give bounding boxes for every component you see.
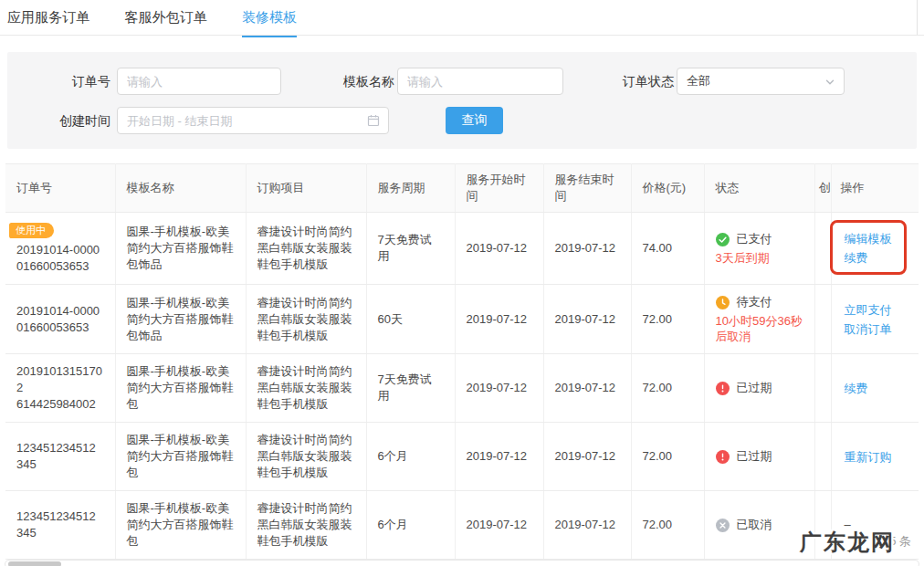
calendar-icon [367,114,380,127]
status-cell: 待支付 10小时59分36秒后取消 [704,285,814,354]
operation-cell: 立即支付 取消订单 [831,285,919,354]
service-period: 7天免费试用 [366,213,455,285]
orders-page: 应用服务订单 客服外包订单 装修模板 订单号 模板名称 订单状态 全部 创建时间… [0,0,924,566]
order-no: 20191013151702 614425984002 [16,363,104,413]
order-item: 睿捷设计时尚简约黑白韩版女装服装鞋包手机模版 [246,354,366,423]
service-start: 2019-07-12 [455,491,543,560]
created-cell-truncated [814,354,831,423]
order-no-cell: 20191013151702 614425984002 [5,354,115,423]
template-name-label: 模板名称 [309,68,394,95]
order-status-label: 订单状态 [589,68,674,95]
status-cell: 已支付 3天后到期 [704,213,814,285]
template-name: 圆果-手机模板-欧美简约大方百搭服饰鞋包 [115,491,246,560]
order-no-cell: 20191014-0000 01660053653 [5,285,115,354]
horizontal-scrollbar-thumb[interactable] [8,561,61,566]
col-header-item: 订购项目 [246,164,366,213]
col-header-operation: 操作 [831,164,919,213]
scrollbar-edge-line [917,0,918,35]
status-cell: 已过期 [704,354,814,423]
service-end: 2019-07-12 [543,423,631,491]
price: 72.00 [631,354,704,423]
service-start: 2019-07-12 [455,285,543,354]
filter-panel: 订单号 模板名称 订单状态 全部 创建时间 查询 [7,52,917,149]
tab-app-service-orders[interactable]: 应用服务订单 [7,9,89,36]
service-start: 2019-07-12 [455,354,543,423]
col-header-period: 服务周期 [366,164,455,213]
operation-cell: 续费 [831,354,919,423]
service-end: 2019-07-12 [543,285,631,354]
exclamation-circle-icon [716,450,730,464]
service-end: 2019-07-12 [543,213,631,285]
check-circle-icon [716,233,730,246]
service-period: 6个月 [366,423,455,491]
order-status-value: 全部 [687,74,710,88]
service-period: 7天免费试用 [366,354,455,423]
status-label: 待支付 [737,294,772,310]
status-label: 已过期 [737,448,772,465]
status-label: 已支付 [737,231,772,247]
tab-bar: 应用服务订单 客服外包订单 装修模板 [0,0,924,36]
search-button[interactable]: 查询 [446,107,503,134]
order-no-cell: 123451234512 345 [5,491,115,560]
service-period: 6个月 [366,491,455,560]
service-start: 2019-07-12 [455,423,543,491]
col-header-start: 服务开始时间 [455,164,543,213]
create-time-label: 创建时间 [7,107,110,134]
exclamation-circle-icon [716,382,730,395]
operation-cell: 重新订购 [831,423,919,491]
service-period: 60天 [366,285,455,354]
pay-now-link[interactable]: 立即支付 [845,300,908,320]
created-cell-truncated [814,423,831,491]
template-name: 圆果-手机模板-欧美简约大方百搭服饰鞋包 [115,354,246,423]
renew-link[interactable]: 续费 [845,379,908,398]
horizontal-scrollbar[interactable] [5,560,919,566]
order-no-input[interactable] [117,68,281,95]
order-no-cell: 使用中 20191014-0000 01660053653 [5,213,115,285]
order-no: 20191014-0000 01660053653 [16,303,104,336]
renew-link[interactable]: 续费 [845,248,908,267]
created-cell-truncated [814,285,831,354]
price: 74.00 [631,213,704,285]
operation-cell: 编辑模板 续费 [831,213,919,285]
status-cell: 已过期 [704,423,814,491]
order-item: 睿捷设计时尚简约黑白韩版女装服装鞋包手机模版 [246,213,366,285]
template-name: 圆果-手机模板-欧美简约大方百搭服饰鞋包饰品 [115,213,246,285]
chevron-down-icon [824,77,835,88]
tab-decoration-templates[interactable]: 装修模板 [242,9,297,37]
order-item: 睿捷设计时尚简约黑白韩版女装服装鞋包手机模版 [246,285,366,354]
service-end: 2019-07-12 [543,354,631,423]
col-header-end: 服务结束时间 [543,164,631,213]
price: 72.00 [631,423,704,491]
orders-table: 订单号 模板名称 订购项目 服务周期 服务开始时间 服务结束时间 价格(元) 状… [5,163,919,560]
tab-customer-service-outsourcing-orders[interactable]: 客服外包订单 [124,9,206,36]
order-no: 123451234512 345 [16,508,104,541]
table-row: 20191014-0000 01660053653 圆果-手机模板-欧美简约大方… [5,285,919,354]
service-start: 2019-07-12 [455,213,543,285]
cancel-order-link[interactable]: 取消订单 [845,320,908,339]
create-time-range-input[interactable] [117,107,389,134]
template-name: 圆果-手机模板-欧美简约大方百搭服饰鞋包 [115,423,246,491]
order-status-select[interactable]: 全部 [677,68,845,95]
template-name: 圆果-手机模板-欧美简约大方百搭服饰鞋包饰品 [115,285,246,354]
table-row: 20191013151702 614425984002 圆果-手机模板-欧美简约… [5,354,919,423]
status-note: 3天后到期 [716,250,803,266]
order-no: 123451234512 345 [16,440,104,473]
col-header-order-no: 订单号 [5,164,115,213]
orders-table-wrap: 订单号 模板名称 订购项目 服务周期 服务开始时间 服务结束时间 价格(元) 状… [5,163,919,560]
reorder-link[interactable]: 重新订购 [845,447,908,466]
table-row: 123451234512 345 圆果-手机模板-欧美简约大方百搭服饰鞋包 睿捷… [5,423,919,491]
col-header-status: 状态 [704,164,814,213]
order-no: 20191014-0000 01660053653 [16,242,104,275]
status-label: 已过期 [737,380,772,396]
table-header-row: 订单号 模板名称 订购项目 服务周期 服务开始时间 服务结束时间 价格(元) 状… [5,164,919,213]
template-name-input[interactable] [397,68,563,95]
in-use-badge: 使用中 [9,223,54,238]
order-item: 睿捷设计时尚简约黑白韩版女装服装鞋包手机模版 [246,423,366,491]
footer: 5 条 广东龙网 [559,522,924,559]
order-no-cell: 123451234512 345 [5,423,115,491]
order-no-label: 订单号 [7,68,110,95]
edit-template-link[interactable]: 编辑模板 [845,229,908,248]
col-header-price: 价格(元) [631,164,704,213]
site-watermark: 广东龙网 [800,528,895,557]
col-header-created-truncated: 创 [814,164,831,213]
